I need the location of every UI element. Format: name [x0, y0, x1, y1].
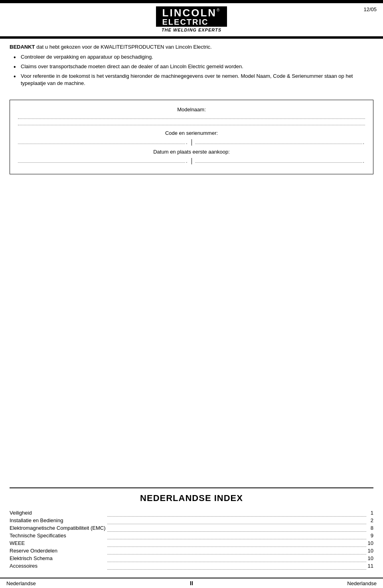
index-dots [107, 539, 366, 547]
modelnaam-line2 [18, 120, 365, 125]
table-row: WEEE 10 [10, 539, 373, 547]
index-dots [107, 517, 366, 524]
table-row: Veiligheid 1 [10, 509, 373, 517]
index-page: 10 [366, 547, 373, 554]
index-dots [107, 562, 366, 570]
bullet-item-2: Claims over transportschade moeten direc… [14, 63, 373, 71]
index-table-body: Veiligheid 1 Installatie en Bediening 2 [10, 509, 373, 570]
col-divider [192, 139, 192, 146]
table-row: Reserve Onderdelen 10 [10, 547, 373, 554]
index-page: 11 [366, 562, 373, 570]
index-item-name: Accessoires [10, 562, 107, 570]
item-label: Elektrisch Schema [10, 555, 53, 561]
first-paragraph: BEDANKT dat u hebt gekozen voor de KWALI… [10, 43, 373, 51]
electric-label: ELECTRIC [162, 18, 221, 26]
code-label: Code en serienummer: [18, 130, 365, 136]
modelnaam-line [18, 114, 365, 119]
form-section: Modelnaam: Code en serienummer: . . [10, 100, 373, 174]
page: LINCOLN® ELECTRIC THE WELDING EXPERTS 12… [0, 0, 383, 588]
index-section: NEDERLANDSE INDEX Veiligheid 1 Installat… [10, 487, 373, 570]
first-line-rest: dat u hebt gekozen voor de KWALITEITSPRO… [35, 44, 212, 50]
code-col-left [18, 139, 185, 146]
main-content: BEDANKT dat u hebt gekozen voor de KWALI… [0, 39, 383, 574]
index-dots [107, 547, 366, 554]
item-label: Accessoires [10, 563, 38, 569]
index-page: 9 [366, 532, 373, 539]
item-label: Installatie en Bediening [10, 517, 63, 523]
table-row: Elektrisch Schema 10 [10, 554, 373, 562]
index-page: 10 [366, 539, 373, 547]
spacer [10, 174, 373, 487]
table-row: Installatie en Bediening 2 [10, 517, 373, 524]
table-row: Accessoires 11 [10, 562, 373, 570]
datum-col-divider [192, 158, 192, 164]
code-row: Code en serienummer: . . [18, 130, 365, 146]
datum-line-left [18, 158, 185, 163]
page-number: 12/05 [363, 6, 377, 12]
lincoln-label: LINCOLN [162, 8, 217, 18]
index-table: Veiligheid 1 Installatie en Bediening 2 [10, 509, 373, 570]
index-item-name: WEEE [10, 539, 107, 547]
registered-mark: ® [217, 8, 221, 12]
index-dots [107, 509, 366, 517]
item-label: Technische Specificaties [10, 533, 66, 539]
code-col-right [195, 139, 362, 146]
modelnaam-row: Modelnaam: [18, 107, 365, 127]
index-item-name: Technische Specificaties [10, 532, 107, 539]
datum-line-right [195, 158, 362, 163]
header: LINCOLN® ELECTRIC THE WELDING EXPERTS 12… [0, 3, 383, 34]
footer-center: II [190, 580, 193, 586]
code-two-col: . . [18, 139, 365, 146]
datum-separator-left: . [185, 159, 188, 164]
footer-left: Nederlandse [6, 580, 36, 586]
index-title: NEDERLANDSE INDEX [10, 493, 373, 503]
datum-col-right [195, 158, 362, 164]
col-separator-right: . [362, 140, 365, 145]
index-page: 2 [366, 517, 373, 524]
footer: Nederlandse II Nederlandse [0, 578, 383, 588]
datum-col-left [18, 158, 185, 164]
modelnaam-label: Modelnaam: [18, 107, 365, 112]
tagline-label: THE WELDING EXPERTS [162, 28, 221, 32]
datum-label: Datum en plaats eerste aankoop: [18, 149, 365, 155]
intro-section: BEDANKT dat u hebt gekozen voor de KWALI… [10, 43, 373, 89]
item-label: Veiligheid [10, 510, 32, 516]
item-label: WEEE [10, 540, 25, 546]
bullet-list: Controleer de verpakking en apparatuur o… [10, 53, 373, 87]
index-item-name: Veiligheid [10, 509, 107, 517]
index-page: 10 [366, 554, 373, 562]
bedankt-bold: BEDANKT [10, 44, 35, 50]
datum-row: Datum en plaats eerste aankoop: . . [18, 149, 365, 164]
top-bar [0, 0, 383, 3]
datum-two-col: . . [18, 158, 365, 164]
lincoln-text: LINCOLN® [162, 8, 221, 18]
index-dots [107, 554, 366, 562]
datum-separator-right: . [362, 159, 365, 164]
table-row: Technische Specificaties 9 [10, 532, 373, 539]
footer-right: Nederlandse [347, 580, 377, 586]
code-line-left [18, 139, 185, 144]
index-item-name: Installatie en Bediening [10, 517, 107, 524]
index-item-name: Reserve Onderdelen [10, 547, 107, 554]
index-dots [107, 532, 366, 539]
logo-box: LINCOLN® ELECTRIC [156, 6, 227, 27]
item-label: Elektromagnetische Compatibiliteit (EMC) [10, 525, 106, 531]
table-row: Elektromagnetische Compatibiliteit (EMC)… [10, 524, 373, 532]
logo-container: LINCOLN® ELECTRIC THE WELDING EXPERTS [156, 6, 227, 32]
index-item-name: Elektromagnetische Compatibiliteit (EMC) [10, 524, 107, 532]
col-separator: . [185, 140, 188, 145]
index-page: 1 [366, 509, 373, 517]
item-label: Reserve Onderdelen [10, 548, 57, 554]
code-line-right [195, 139, 362, 144]
index-page: 8 [366, 524, 373, 532]
bullet-item-3: Voor referentie in de toekomst is het ve… [14, 73, 373, 88]
index-item-name: Elektrisch Schema [10, 554, 107, 562]
bullet-item-1: Controleer de verpakking en apparatuur o… [14, 53, 373, 61]
index-dots [107, 524, 366, 532]
